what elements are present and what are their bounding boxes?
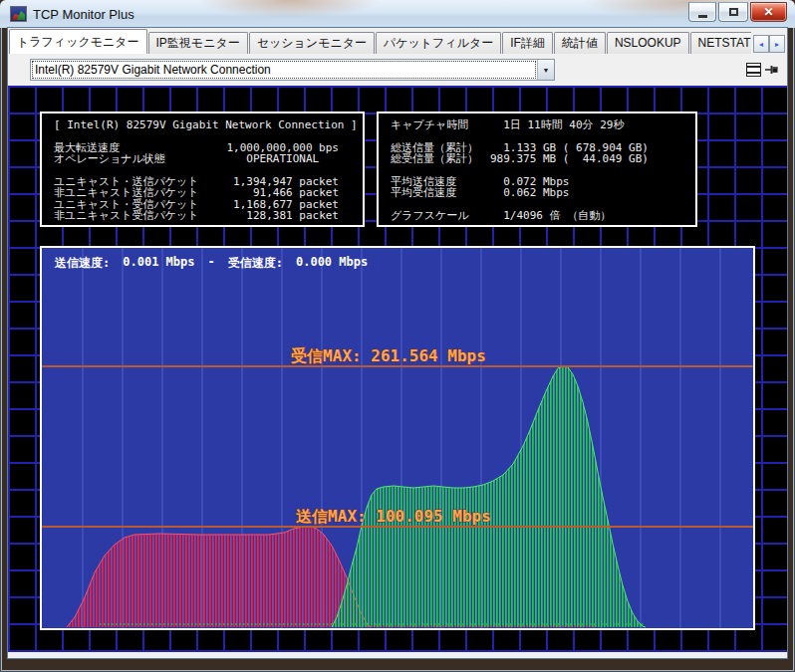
client-area: トラフィックモニターIP監視モニターセッションモニターパケットフィルターIF詳細…: [8, 28, 787, 658]
stat-label: 平均受信速度: [391, 187, 490, 199]
send-max-label: 送信MAX: 100.095 Mbps: [295, 507, 491, 526]
stat-label: オペレーショナル状態: [54, 153, 165, 165]
list-view-icon[interactable]: [746, 63, 761, 77]
tab-4[interactable]: パケットフィルター: [376, 32, 501, 54]
stat-value: 91,466 packet: [199, 187, 339, 199]
capture-stats-rows: キャプチャ時間 1日 11時間 40分 29秒総送信量（累計） 1.133 GB…: [391, 119, 685, 221]
stat-label: 非ユニキャスト受信パケット: [54, 210, 199, 222]
stat-label: グラフスケール: [391, 210, 490, 222]
recv-speed-label: 受信速度:: [228, 255, 283, 272]
tab-1[interactable]: トラフィックモニター: [9, 29, 147, 54]
tab-8[interactable]: NETSTAT: [690, 32, 751, 54]
toolbar-icons: [746, 62, 780, 78]
stat-row: 非ユニキャスト受信パケット128,381 packet: [54, 210, 339, 222]
tab-scroll-buttons: ◂ ▸: [753, 35, 785, 53]
stat-value: 1/4096 倍 （自動）: [490, 210, 685, 222]
stat-label: キャプチャ時間: [391, 119, 490, 131]
interface-stats-rows: 最大転送速度1,000,000,000 bpsオペレーショナル状態OPERATI…: [54, 142, 339, 222]
tab-6[interactable]: 統計値: [554, 32, 606, 54]
tab-5[interactable]: IF詳細: [502, 32, 553, 54]
stat-value: OPERATIONAL: [165, 153, 339, 165]
close-button[interactable]: ✕: [750, 2, 787, 22]
stat-value: 1日 11時間 40分 29秒: [490, 119, 685, 131]
stat-row: 平均受信速度 0.062 Mbps: [391, 187, 685, 199]
tab-2[interactable]: IP監視モニター: [148, 32, 248, 54]
tab-bar: トラフィックモニターIP監視モニターセッションモニターパケットフィルターIF詳細…: [8, 28, 787, 54]
stat-row: オペレーショナル状態OPERATIONAL: [54, 153, 339, 165]
traffic-graph-panel: 送信速度: 0.001 Mbps - 受信速度: 0.000 Mbps 受信MA…: [40, 246, 755, 630]
traffic-area-chart: 受信MAX: 261.564 Mbps送信MAX: 100.095 Mbps: [42, 248, 753, 628]
window-controls: ✕: [688, 2, 787, 22]
stat-value: 128,381 packet: [199, 210, 339, 222]
tab-scroll-right-button[interactable]: ▸: [769, 35, 785, 53]
stat-row: グラフスケール 1/4096 倍 （自動）: [391, 210, 685, 222]
stat-label: 総受信量（累計）: [391, 153, 490, 165]
recv-speed-value: 0.000 Mbps: [296, 255, 368, 272]
speed-separator: -: [207, 255, 214, 272]
arrow-right-icon: ▸: [775, 40, 779, 49]
stat-label: 非ユニキャスト送信パケット: [54, 187, 199, 199]
window-title: TCP Monitor Plus: [33, 7, 134, 22]
traffic-monitor-page: [ Intel(R) 82579V Gigabit Network Connec…: [8, 86, 787, 652]
send-speed-value: 0.001 Mbps: [123, 255, 194, 272]
arrow-left-icon: ◂: [759, 40, 763, 49]
stat-row: 非ユニキャスト送信パケット91,466 packet: [54, 187, 339, 199]
capture-stats-panel: キャプチャ時間 1日 11時間 40分 29秒総送信量（累計） 1.133 GB…: [377, 112, 697, 227]
maximize-icon: [729, 8, 738, 16]
tab-strip: トラフィックモニターIP監視モニターセッションモニターパケットフィルターIF詳細…: [9, 29, 751, 54]
chevron-down-icon: ▼: [537, 60, 554, 80]
area-series-2: [332, 366, 646, 627]
stat-value: 0.062 Mbps: [490, 187, 685, 199]
adapter-select-value: Intel(R) 82579V Gigabit Network Connecti…: [32, 61, 536, 79]
tab-scroll-left-button[interactable]: ◂: [753, 35, 769, 53]
adapter-select[interactable]: Intel(R) 82579V Gigabit Network Connecti…: [30, 59, 555, 81]
interface-stats-panel: [ Intel(R) 82579V Gigabit Network Connec…: [40, 112, 365, 227]
stat-value: 989.375 MB ( 44.049 GB): [490, 153, 685, 165]
tab-7[interactable]: NSLOOKUP: [607, 32, 689, 54]
app-icon: [10, 6, 27, 22]
minimize-icon: [698, 15, 707, 18]
recv-max-label: 受信MAX: 261.564 Mbps: [290, 346, 486, 365]
maximize-button[interactable]: [718, 2, 748, 22]
pin-icon[interactable]: [764, 62, 780, 78]
stat-row: 総受信量（累計）989.375 MB ( 44.049 GB): [391, 153, 685, 165]
minimize-button[interactable]: [688, 2, 716, 22]
toolbar: Intel(R) 82579V Gigabit Network Connecti…: [8, 54, 787, 86]
current-speed-readout: 送信速度: 0.001 Mbps - 受信速度: 0.000 Mbps: [55, 255, 368, 272]
send-speed-label: 送信速度:: [55, 255, 110, 272]
app-window: TCP Monitor Plus ✕ トラフィックモニターIP監視モニターセッシ…: [0, 0, 795, 672]
interface-panel-title: [ Intel(R) 82579V Gigabit Network Connec…: [54, 119, 339, 131]
close-icon: ✕: [763, 5, 773, 19]
area-series-1: [67, 527, 371, 627]
titlebar[interactable]: TCP Monitor Plus ✕: [0, 0, 795, 28]
tab-3[interactable]: セッションモニター: [249, 32, 375, 54]
stat-row: キャプチャ時間 1日 11時間 40分 29秒: [391, 119, 685, 131]
